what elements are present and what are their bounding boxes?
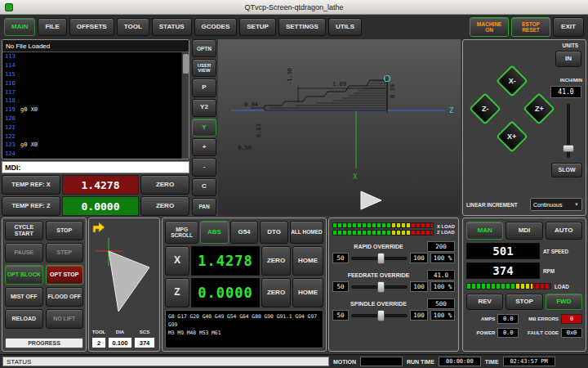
view-y2-button[interactable]: Y2 <box>192 99 216 117</box>
mist-button[interactable]: MIST OFF <box>5 287 43 307</box>
overrides-panel: X LOAD Z LOAD RAPID OVERRIDE 200 50 100 … <box>328 218 459 352</box>
time-label: TIME <box>485 359 499 365</box>
slider-thumb[interactable] <box>377 281 385 293</box>
tab-main[interactable]: MAIN <box>4 18 35 36</box>
pause-button[interactable]: PAUSE <box>5 243 43 263</box>
g54-button[interactable]: G54 <box>230 221 259 244</box>
gcode-preview[interactable]: Z X 1.89 0.39 -1.50 -0.04 0.63 0.59 <box>218 39 461 216</box>
dim-0-39: 0.39 <box>390 84 396 98</box>
no-lift-button[interactable]: NO LIFT <box>46 309 84 329</box>
temp-ref-x-button[interactable]: TEMP REF: X <box>2 175 60 195</box>
zero-x-axis-button[interactable]: ZERO <box>261 246 291 276</box>
view-pan-button[interactable]: PAN <box>192 198 216 216</box>
opt-block-button[interactable]: OPT BLOCK <box>5 265 43 285</box>
axis-x-button[interactable]: X <box>165 246 189 276</box>
rapid-min: 50 <box>332 253 349 263</box>
scrollbar-thumb[interactable] <box>183 54 189 74</box>
spindle-fwd-button[interactable]: FWD <box>546 294 582 310</box>
tab-setup[interactable]: SETUP <box>239 18 276 36</box>
tab-offsets[interactable]: OFFSETS <box>69 18 114 36</box>
time-value: 02:43:57 PM <box>503 357 555 366</box>
estop-reset-button[interactable]: ESTOP RESET <box>511 17 550 37</box>
exit-button[interactable]: EXIT <box>553 17 584 37</box>
stop-button[interactable]: STOP <box>46 221 84 240</box>
axis-z-button[interactable]: Z <box>165 278 189 307</box>
view-zoom-in-button[interactable]: + <box>192 138 216 156</box>
tool-graphic <box>91 233 158 321</box>
x-axis-label: X <box>353 173 358 181</box>
tab-tool[interactable]: TOOL <box>117 18 149 36</box>
linear-increment-row: LINEAR INCREMENT Continuous ▼ <box>466 197 582 212</box>
view-y-button[interactable]: Y <box>192 119 216 137</box>
opt-stop-button[interactable]: OPT STOP <box>46 265 84 285</box>
feedrate-min: 50 <box>332 281 349 292</box>
spindle-rev-button[interactable]: REV <box>466 294 503 310</box>
tool-dia-value: 0.100 <box>108 337 132 348</box>
z-load-label: Z LOAD <box>437 230 455 235</box>
step-button[interactable]: STEP <box>46 243 84 263</box>
mode-auto-button[interactable]: AUTO <box>546 222 582 240</box>
feedrate-override-group: FEEDRATE OVERRIDE 41.0 50 100 100 % <box>332 269 455 293</box>
gcode-line: 117 <box>2 88 181 96</box>
jog-x-plus-button[interactable]: X+ <box>496 120 528 153</box>
mode-man-button[interactable]: MAN <box>466 222 503 240</box>
view-zoom-out-button[interactable]: - <box>192 158 216 176</box>
mpg-scroll-button[interactable]: MPG SCROLL <box>165 221 198 244</box>
units-button[interactable]: IN <box>555 51 581 67</box>
tab-status[interactable]: STATUS <box>152 18 192 36</box>
zero-z-button[interactable]: ZERO <box>140 196 189 216</box>
spindle-stop-button[interactable]: STOP <box>506 294 542 310</box>
view-user-view-button[interactable]: USER VIEW <box>192 59 216 77</box>
slider-thumb[interactable] <box>377 310 385 321</box>
machine-on-button[interactable]: MACHINE ON <box>470 17 509 37</box>
gcode-lines[interactable]: 113 114 115 116 117 118 119g0 X0 120 121… <box>2 52 181 159</box>
mdi-label-bar[interactable]: MDI: <box>2 161 189 173</box>
slider-thumb[interactable] <box>563 145 574 152</box>
gcode-viewer: No File Loaded 113 114 115 116 117 118 1… <box>2 39 189 159</box>
slow-button[interactable]: SLOW <box>551 163 582 177</box>
rpm-label: RPM <box>543 268 555 274</box>
view-clear-button[interactable]: C <box>192 178 216 196</box>
feedrate-override-slider[interactable] <box>351 281 408 293</box>
all-homed-button[interactable]: ALL HOMED <box>290 221 323 244</box>
home-z-axis-button[interactable]: HOME <box>292 278 323 307</box>
units-label: UNITS <box>563 43 579 48</box>
zero-z-axis-button[interactable]: ZERO <box>261 278 291 307</box>
gcode-line: 114 <box>2 61 181 70</box>
z-axis-label: Z <box>449 106 454 114</box>
dim-0-63: 0.63 <box>256 123 262 137</box>
mode-mdi-button[interactable]: MDI <box>506 222 542 240</box>
rapid-override-slider[interactable] <box>351 253 408 264</box>
cycle-start-button[interactable]: CYCLE START <box>5 221 43 240</box>
flood-button[interactable]: FLOOD OFF <box>46 287 84 307</box>
lower-region: CYCLE START STOP PAUSE STEP OPT BLOCK OP… <box>0 218 588 352</box>
qtdragon-lathe-screen: QTvcp-Screen-qtdragon_lathe MAIN FILE OF… <box>0 0 588 368</box>
axis-load-meters: X LOAD Z LOAD <box>332 222 455 236</box>
temp-ref-z-button[interactable]: TEMP REF: Z <box>2 196 60 216</box>
view-p-button[interactable]: P <box>192 79 216 96</box>
home-x-axis-button[interactable]: HOME <box>292 246 323 276</box>
gcode-line: 124 <box>2 150 181 159</box>
abs-button[interactable]: ABS <box>200 221 229 244</box>
gcode-scrollbar[interactable] <box>181 52 189 159</box>
zero-x-button[interactable]: ZERO <box>140 175 189 195</box>
tab-utils[interactable]: UTILS <box>328 18 362 36</box>
jog-rate-slider[interactable] <box>563 104 574 158</box>
macro-arrow-icon[interactable] <box>92 222 105 233</box>
dim-neg-1-50: -1.50 <box>287 68 293 85</box>
gcode-preview-panel[interactable]: Z X 1.89 0.39 -1.50 -0.04 0.63 0.59 <box>218 39 461 216</box>
jog-x-minus-button[interactable]: X- <box>496 65 528 97</box>
tab-settings[interactable]: SETTINGS <box>278 18 326 36</box>
spindle-override-slider[interactable] <box>351 310 408 321</box>
jog-z-minus-button[interactable]: Z- <box>469 92 501 125</box>
dtg-button[interactable]: DTG <box>260 221 288 244</box>
tab-gcodes[interactable]: GCODES <box>194 18 238 36</box>
chevron-down-icon: ▼ <box>574 202 579 207</box>
view-optn-button[interactable]: OPTN <box>192 39 216 57</box>
dim-0-59: 0.59 <box>238 145 252 151</box>
run-time-label: RUN TIME <box>407 359 434 365</box>
reload-button[interactable]: RELOAD <box>5 309 43 329</box>
slider-thumb[interactable] <box>377 253 385 264</box>
linear-increment-combobox[interactable]: Continuous ▼ <box>530 198 582 211</box>
tab-file[interactable]: FILE <box>38 18 66 36</box>
